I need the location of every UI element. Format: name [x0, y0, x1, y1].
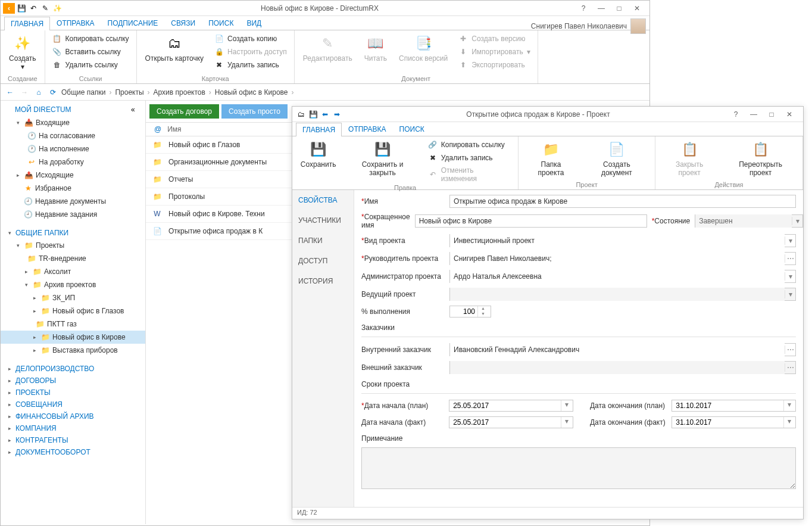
qat-edit-icon[interactable]: ✎	[40, 3, 51, 14]
nav-kirov[interactable]: ▸📁Новый офис в Кирове	[1, 331, 145, 344]
paste-link-button[interactable]: 📎Вставить ссылку	[50, 46, 132, 58]
help-icon[interactable]: ?	[729, 108, 742, 120]
read-button[interactable]: 📖Читать	[361, 33, 391, 64]
save-button[interactable]: 💾Сохранить	[297, 139, 339, 170]
tab-links[interactable]: СВЯЗИ	[164, 16, 202, 30]
tab-sign[interactable]: ПОДПИСАНИЕ	[101, 16, 165, 30]
pin-icon[interactable]: «	[131, 105, 139, 114]
delete-rec-button[interactable]: ✖Удалить запись	[426, 152, 513, 164]
nav-exec[interactable]: 🕐На исполнение	[1, 142, 145, 155]
close-icon[interactable]: ✕	[783, 108, 796, 120]
import-button[interactable]: ⬇Импортировать ▾	[456, 46, 532, 58]
close-project-button[interactable]: 📋Закрыть проект	[660, 139, 719, 179]
ellipsis-icon[interactable]: ⋯	[785, 363, 795, 372]
chevron-down-icon[interactable]: ▾	[783, 417, 795, 428]
end-plan-input[interactable]	[672, 400, 783, 411]
create-button[interactable]: ✨ Создать▾	[5, 33, 40, 73]
nav-favorites[interactable]: ★Избранное	[1, 182, 145, 195]
admin-input[interactable]	[450, 270, 785, 283]
ellipsis-icon[interactable]: ⋯	[785, 254, 795, 263]
short-input[interactable]	[415, 214, 647, 228]
nav-recent-tasks[interactable]: 🕘Недавние задания	[1, 208, 145, 221]
side-history[interactable]: ИСТОРИЯ	[292, 271, 354, 291]
reopen-button[interactable]: 📋Переоткрыть проект	[723, 139, 798, 179]
percent-input[interactable]	[450, 306, 477, 317]
card-icon[interactable]: 🗂	[296, 109, 307, 120]
copy-link-button[interactable]: 🔗Копировать ссылку	[426, 139, 513, 151]
minimize-icon[interactable]: —	[595, 2, 608, 14]
create-copy-button[interactable]: 📄Создать копию	[212, 33, 289, 45]
versions-button[interactable]: 📑Список версий	[395, 33, 451, 64]
qat-new-icon[interactable]: ✨	[52, 3, 63, 14]
spin-down-icon[interactable]: ▼	[478, 312, 488, 317]
nav-pktt[interactable]: 📁ПКТТ газ	[1, 318, 145, 331]
copy-link-button[interactable]: 📋Копировать ссылку	[50, 33, 132, 45]
chevron-down-icon[interactable]: ▾	[785, 290, 795, 298]
side-props[interactable]: СВОЙСТВА	[292, 190, 354, 210]
end-fact-field[interactable]: ▾	[672, 416, 796, 428]
project-folder-button[interactable]: 📁Папка проекта	[523, 139, 579, 179]
nav-recent-docs[interactable]: 🕘Недавние документы	[1, 195, 145, 208]
ext-cust-input[interactable]	[450, 361, 785, 374]
note-input[interactable]	[361, 447, 796, 489]
user-area[interactable]: Снигирев Павел Николаевич	[531, 18, 646, 34]
qat-undo-icon[interactable]: ↶	[28, 3, 39, 14]
chevron-down-icon[interactable]: ▾	[561, 417, 573, 428]
end-fact-input[interactable]	[672, 417, 783, 428]
back-icon[interactable]: ←	[4, 86, 16, 98]
close-icon[interactable]: ✕	[630, 2, 644, 14]
nav-inbox[interactable]: ▾📥Входящие	[1, 116, 145, 129]
tab-send[interactable]: ОТПРАВКА	[50, 16, 101, 30]
nav-zk[interactable]: ▸📁ЗК_ИП	[1, 291, 145, 304]
bc-2[interactable]: Архив проектов	[154, 88, 205, 97]
ptab-search[interactable]: ПОИСК	[393, 122, 431, 136]
chevron-down-icon[interactable]: ▾	[561, 400, 573, 411]
start-plan-field[interactable]: ▾	[449, 400, 573, 412]
nav-tr[interactable]: 📁TR-внедрение	[1, 252, 145, 265]
qat-save-icon[interactable]: 💾	[16, 3, 27, 14]
create-version-button[interactable]: ✚Создать версию	[456, 33, 532, 45]
nav-approval[interactable]: 🕐На согласование	[1, 129, 145, 142]
nav-archive[interactable]: ▾📁Архив проектов	[1, 278, 145, 291]
forward-icon[interactable]: ➡	[332, 109, 342, 120]
nav-sec-6[interactable]: ▸КОНТРАГЕНТЫ	[1, 434, 145, 446]
export-button[interactable]: ⬆Экспортировать	[456, 59, 532, 71]
maximize-icon[interactable]: □	[613, 2, 626, 14]
delete-rec-button[interactable]: ✖Удалить запись	[212, 59, 289, 71]
nav-outbox[interactable]: ▸📤Исходящие	[1, 169, 145, 182]
name-input[interactable]	[449, 195, 796, 208]
side-folders[interactable]: ПАПКИ	[292, 231, 354, 251]
spin-up-icon[interactable]: ▲	[478, 306, 488, 312]
nav-sec-1[interactable]: ▸ДОГОВОРЫ	[1, 375, 145, 387]
nav-sec-3[interactable]: ▸СОВЕЩАНИЯ	[1, 399, 145, 410]
maximize-icon[interactable]: □	[765, 108, 778, 120]
save-close-button[interactable]: 💾Сохранить и закрыть	[344, 139, 421, 179]
home-icon[interactable]: ⌂	[33, 86, 45, 98]
start-fact-field[interactable]: ▾	[449, 416, 573, 428]
manager-input[interactable]	[450, 252, 785, 265]
tab-view[interactable]: ВИД	[240, 16, 268, 30]
bc-3[interactable]: Новый офис в Кирове	[215, 88, 288, 97]
delete-link-button[interactable]: 🗑Удалить ссылку	[50, 59, 132, 71]
nav-sec-0[interactable]: ▸ДЕЛОПРОИЗВОДСТВО	[1, 363, 145, 375]
ellipsis-icon[interactable]: ⋯	[785, 346, 795, 354]
nav-glazov[interactable]: ▸📁Новый офис в Глазов	[1, 304, 145, 318]
create-simple-button[interactable]: Создать просто	[221, 104, 288, 119]
bc-0[interactable]: Общие папки	[61, 88, 105, 97]
nav-sec-5[interactable]: ▸КОМПАНИЯ	[1, 422, 145, 434]
save-icon[interactable]: 💾	[308, 109, 318, 120]
set-access-button[interactable]: 🔒Настроить доступ	[212, 46, 289, 58]
ptab-send[interactable]: ОТПРАВКА	[342, 122, 393, 136]
nav-projects[interactable]: ▾📁Проекты	[1, 239, 145, 252]
minimize-icon[interactable]: —	[747, 108, 760, 120]
start-fact-input[interactable]	[449, 417, 561, 428]
state-input[interactable]	[695, 214, 792, 228]
bc-1[interactable]: Проекты	[115, 88, 143, 97]
kind-input[interactable]	[450, 234, 785, 247]
nav-sec-4[interactable]: ▸ФИНАНСОВЫЙ АРХИВ	[1, 410, 145, 422]
nav-expo[interactable]: ▸📁Выставка приборов	[1, 344, 145, 357]
ptab-home[interactable]: ГЛАВНАЯ	[296, 123, 342, 136]
chevron-down-icon[interactable]: ▾	[792, 217, 802, 225]
side-members[interactable]: УЧАСТНИКИ	[292, 210, 354, 231]
create-contract-button[interactable]: Создать договор	[149, 104, 219, 119]
